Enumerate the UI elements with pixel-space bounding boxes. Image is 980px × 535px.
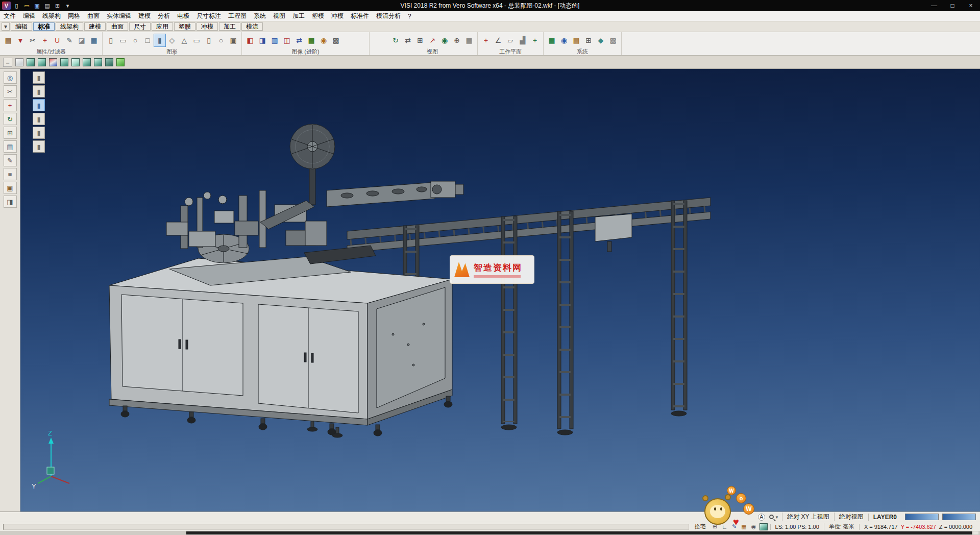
hatch-icon[interactable]: ▩ xyxy=(607,34,619,46)
render-blue-icon[interactable]: ◨ xyxy=(257,34,268,46)
display-mode-2-icon[interactable]: ▮ xyxy=(33,85,45,98)
cplane-corner-icon[interactable]: ▟ xyxy=(517,34,528,46)
open-doc-icon[interactable]: ▭ xyxy=(22,2,31,10)
cplane-plane-icon[interactable]: ▱ xyxy=(505,34,516,46)
view-dim-icon[interactable] xyxy=(105,58,113,66)
menu-item-1[interactable]: 编辑 xyxy=(19,11,39,21)
print-icon[interactable]: ⊞ xyxy=(53,2,62,10)
active-layer-label[interactable]: LAYER0 xyxy=(868,514,901,521)
close-button[interactable]: × xyxy=(962,0,980,11)
menu-item-9[interactable]: 尺寸标注 xyxy=(193,11,225,21)
zoom-in-icon[interactable]: ↗ xyxy=(427,34,438,46)
menu-item-5[interactable]: 实体编辑 xyxy=(103,11,135,21)
menu-item-6[interactable]: 建模 xyxy=(135,11,154,21)
line-icon[interactable]: ▭ xyxy=(117,34,129,46)
view-top-icon[interactable] xyxy=(15,58,23,66)
color-grid-icon[interactable]: ▦ xyxy=(546,34,557,46)
tab-surface[interactable]: 曲面 xyxy=(107,22,128,31)
view-shaded-icon[interactable] xyxy=(116,58,125,66)
frame-icon[interactable]: ▣ xyxy=(4,182,17,194)
grid-icon[interactable]: ⊞ xyxy=(583,34,594,46)
menu-item-0[interactable]: 文件 xyxy=(0,11,19,21)
tab-mould[interactable]: 塑膜 xyxy=(174,22,195,31)
rect-icon[interactable]: □ xyxy=(142,34,153,46)
list-icon[interactable]: ≡ xyxy=(4,168,17,180)
translate-icon[interactable]: + xyxy=(4,99,17,111)
cplane-cross-icon[interactable]: + xyxy=(480,34,492,46)
zoom-search-icon[interactable] xyxy=(769,515,774,519)
scissors-icon[interactable]: ✂ xyxy=(27,34,38,46)
compare-icon[interactable]: ◫ xyxy=(281,34,292,46)
zoom-window-icon[interactable]: ◎ xyxy=(4,71,17,84)
menu-item-11[interactable]: 系统 xyxy=(250,11,270,21)
center-view-icon[interactable]: ◉ xyxy=(439,34,450,46)
menu-item-7[interactable]: 分析 xyxy=(154,11,174,21)
zoom-extent-icon[interactable]: ⊞ xyxy=(414,34,426,46)
view-back-icon[interactable] xyxy=(60,58,68,66)
add-view-icon[interactable]: ⊕ xyxy=(451,34,462,46)
command-prompt-field[interactable] xyxy=(3,524,689,530)
tab-dropdown-icon[interactable]: ▾ xyxy=(2,22,10,31)
pipe-icon[interactable]: ▯ xyxy=(203,34,214,46)
tab-machining[interactable]: 加工 xyxy=(219,22,240,31)
copy-icon[interactable]: ◨ xyxy=(4,196,17,208)
pan-view-icon[interactable]: ⇄ xyxy=(402,34,413,46)
menu-item-18[interactable]: ? xyxy=(404,12,415,21)
trim-icon[interactable]: ✂ xyxy=(4,85,17,98)
layer-filter-icon[interactable]: ▦ xyxy=(88,34,100,46)
view-multi-icon[interactable] xyxy=(49,58,57,66)
display-mode-4-icon[interactable]: ▮ xyxy=(33,113,45,125)
target-icon[interactable]: ◉ xyxy=(318,34,329,46)
view-iso-icon[interactable] xyxy=(27,58,35,66)
display-mode-5-icon[interactable]: ▮ xyxy=(33,127,45,139)
layers-icon[interactable]: ▤ xyxy=(4,140,17,153)
view-front-icon[interactable] xyxy=(38,58,46,66)
cplane-add-icon[interactable]: + xyxy=(529,34,541,46)
cplane-angle-icon[interactable]: ∠ xyxy=(493,34,504,46)
visi-logo[interactable]: V xyxy=(2,2,11,10)
viewport-3d[interactable]: ▮▮▮▮▮▮ xyxy=(20,69,980,512)
view-right-icon[interactable] xyxy=(83,58,91,66)
display-mode-1-icon[interactable]: ▮ xyxy=(33,71,45,84)
rotate-icon[interactable]: ↻ xyxy=(4,113,17,125)
gem-icon[interactable]: ◆ xyxy=(595,34,606,46)
circle-icon[interactable]: ○ xyxy=(130,34,141,46)
magnet-icon[interactable]: U xyxy=(52,34,63,46)
menu-item-4[interactable]: 曲面 xyxy=(84,11,103,21)
menu-item-17[interactable]: 模流分析 xyxy=(373,11,404,21)
minimize-button[interactable]: — xyxy=(925,0,943,11)
tab-die[interactable]: 冲模 xyxy=(197,22,218,31)
view-bottom-icon[interactable] xyxy=(94,58,102,66)
absolute-view-label[interactable]: 绝对视图 xyxy=(834,513,868,521)
zoom-dropdown-icon[interactable]: ▾ xyxy=(776,515,778,520)
display-mode-3-icon[interactable]: ▮ xyxy=(33,99,45,111)
rotate-view-icon[interactable]: ↻ xyxy=(390,34,401,46)
ucs-cube-icon[interactable] xyxy=(760,523,768,530)
menu-item-14[interactable]: 塑模 xyxy=(308,11,328,21)
tab-edit[interactable]: 编辑 xyxy=(11,22,32,31)
menu-item-15[interactable]: 冲模 xyxy=(328,11,347,21)
properties-icon[interactable]: ▤ xyxy=(3,34,14,46)
tab-dimension[interactable]: 尺寸 xyxy=(129,22,151,31)
triangle-icon[interactable]: △ xyxy=(179,34,190,46)
texture-icon[interactable]: ▥ xyxy=(269,34,280,46)
viewbar-menu-icon[interactable]: ≡ xyxy=(3,58,12,67)
annotation-badge-icon[interactable]: A xyxy=(758,514,765,521)
eraser-icon[interactable]: ◪ xyxy=(76,34,87,46)
menu-item-10[interactable]: 工程图 xyxy=(225,11,250,21)
tab-modeling[interactable]: 建模 xyxy=(84,22,106,31)
pencil-icon[interactable]: ✎ xyxy=(64,34,75,46)
swap-icon[interactable]: ⇄ xyxy=(293,34,305,46)
menu-item-13[interactable]: 加工 xyxy=(289,11,308,21)
menu-item-12[interactable]: 视图 xyxy=(270,11,289,21)
save-doc-icon[interactable]: ▣ xyxy=(33,2,41,10)
grid-view-icon[interactable]: ▦ xyxy=(463,34,475,46)
filter-icon[interactable]: ▼ xyxy=(15,34,26,46)
display-mode-6-icon[interactable]: ▮ xyxy=(33,140,45,153)
new-doc-icon[interactable]: ▯ xyxy=(12,2,21,10)
mail-icon[interactable]: ▤ xyxy=(43,2,52,10)
shade-icon[interactable]: ▦ xyxy=(306,34,317,46)
color-swatch-2[interactable] xyxy=(942,514,976,520)
diamond-icon[interactable]: ◇ xyxy=(166,34,178,46)
qat-dropdown-icon[interactable]: ▾ xyxy=(63,2,72,10)
